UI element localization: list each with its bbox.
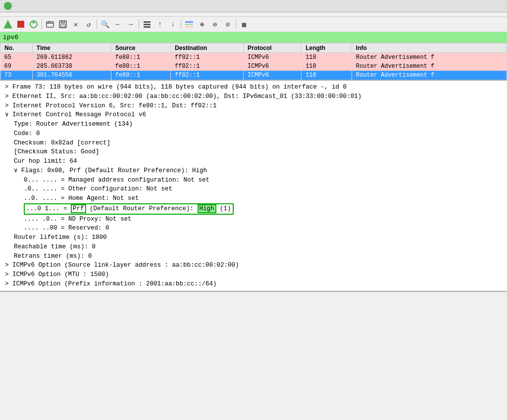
table-cell: ff02::1 xyxy=(171,71,244,80)
menu-ansicht[interactable] xyxy=(20,13,28,15)
high-value: High xyxy=(198,204,216,213)
table-row[interactable]: 65269.611862fe80::1ff02::1ICMPv6118Route… xyxy=(0,53,507,62)
toolbar-separator-4 xyxy=(181,19,181,29)
menu-hilfe[interactable] xyxy=(91,13,99,15)
menu-aufzeichnen[interactable] xyxy=(38,13,46,15)
stop-capture-button[interactable] xyxy=(15,18,27,30)
resize-columns-button[interactable]: ▦ xyxy=(238,18,250,30)
svg-rect-9 xyxy=(144,26,151,28)
table-cell: 118 xyxy=(302,71,352,80)
table-cell: fe80::1 xyxy=(111,53,170,62)
table-cell: ICMPv6 xyxy=(243,71,301,80)
table-cell: Router Advertisement f xyxy=(352,53,507,62)
svg-marker-0 xyxy=(4,20,12,28)
menu-wireless[interactable] xyxy=(73,13,81,15)
col-time: Time xyxy=(32,44,111,53)
svg-rect-6 xyxy=(60,25,65,27)
menu-statistiken[interactable] xyxy=(55,13,63,15)
collapse-icon: ∨ xyxy=(14,167,21,174)
collapse-icon: ∨ xyxy=(5,111,12,118)
restart-capture-button[interactable] xyxy=(28,18,40,30)
menu-navigation[interactable] xyxy=(29,13,37,15)
expand-icon: > xyxy=(5,271,12,278)
detail-line: [Checksum Status: Good] xyxy=(4,147,503,157)
find-button[interactable]: 🔍 xyxy=(99,18,111,30)
svg-rect-12 xyxy=(185,26,193,28)
menu-analyse[interactable] xyxy=(47,13,54,15)
scroll-to-top-button[interactable]: ↑ xyxy=(154,18,166,30)
detail-line[interactable]: > ICMPv6 Option (MTU : 1500) xyxy=(4,270,503,280)
detail-line[interactable]: > Ethernet II, Src: aa:bb:cc:00:02:00 (a… xyxy=(4,92,503,101)
table-cell: Router Advertisement f xyxy=(352,71,507,80)
prf-field: Prf xyxy=(71,204,86,213)
svg-rect-8 xyxy=(144,24,151,25)
table-cell: 269.611862 xyxy=(32,53,111,62)
menu-bearbeiten[interactable] xyxy=(11,13,19,15)
expand-icon: > xyxy=(5,280,12,287)
table-cell: 118 xyxy=(302,53,352,62)
detail-line: Reachable time (ms): 0 xyxy=(4,242,503,252)
table-cell: 65 xyxy=(0,53,33,62)
go-back-button[interactable]: ← xyxy=(112,18,124,30)
start-capture-button[interactable] xyxy=(2,18,14,30)
save-file-button[interactable] xyxy=(57,18,69,30)
table-cell: Router Advertisement f xyxy=(352,62,507,71)
scroll-to-bottom-button[interactable]: ↓ xyxy=(167,18,179,30)
detail-line[interactable]: ∨ Internet Control Message Protocol v6 xyxy=(4,110,503,120)
menu-tools[interactable] xyxy=(82,13,90,15)
table-cell: 118 xyxy=(302,62,352,71)
detail-line: Checksum: 0x82ad [correct] xyxy=(4,139,503,148)
col-destination: Destination xyxy=(171,44,244,53)
menu-datei[interactable] xyxy=(2,13,10,15)
detail-line[interactable]: > ICMPv6 Option (Prefix information : 20… xyxy=(4,280,503,289)
svg-rect-11 xyxy=(185,24,193,25)
table-cell: 69 xyxy=(0,62,33,71)
packet-list-container: No. Time Source Destination Protocol Len… xyxy=(0,43,507,81)
detail-line[interactable]: > ICMPv6 Option (Source link-layer addre… xyxy=(4,261,503,270)
col-protocol: Protocol xyxy=(243,44,301,53)
detail-line: Retrans timer (ms): 0 xyxy=(4,252,503,261)
zoom-in-button[interactable]: ⊕ xyxy=(196,18,208,30)
col-length: Length xyxy=(302,44,352,53)
svg-rect-7 xyxy=(144,21,151,23)
table-row[interactable]: 69285.663738fe80::1ff02::1ICMPv6118Route… xyxy=(0,62,507,71)
table-cell: ICMPv6 xyxy=(243,62,301,71)
detail-line[interactable]: ∨ Flags: 0x08, Prf (Default Router Prefe… xyxy=(4,166,503,176)
toolbar: ✕ ↺ 🔍 ← → ↑ ↓ ⊕ ⊖ ⊙ ▦ xyxy=(0,17,507,32)
close-file-button[interactable]: ✕ xyxy=(70,18,82,30)
open-file-button[interactable] xyxy=(44,18,56,30)
detail-line: Code: 0 xyxy=(4,129,503,139)
table-cell: 285.663738 xyxy=(32,62,111,71)
table-cell: fe80::1 xyxy=(111,62,170,71)
title-bar xyxy=(0,0,507,12)
menu-bar xyxy=(0,12,507,17)
colorize-button[interactable] xyxy=(183,18,195,30)
detail-line[interactable]: > Internet Protocol Version 6, Src: fe80… xyxy=(4,101,503,111)
table-cell: 73 xyxy=(0,71,33,80)
go-to-packet-button[interactable] xyxy=(141,18,153,30)
expand-icon: > xyxy=(5,102,12,109)
filter-input[interactable] xyxy=(3,34,504,41)
app-icon xyxy=(4,2,12,10)
svg-rect-3 xyxy=(47,22,53,27)
table-cell: 301.764558 xyxy=(32,71,111,80)
normal-size-button[interactable]: ⊙ xyxy=(222,18,234,30)
packet-list-header: No. Time Source Destination Protocol Len… xyxy=(0,44,507,53)
detail-line: Router lifetime (s): 1800 xyxy=(4,233,503,242)
expand-icon: > xyxy=(5,262,12,269)
table-cell: ff02::1 xyxy=(171,53,244,62)
detail-line: .... .0.. = ND Proxy: Not set xyxy=(4,215,503,224)
reload-button[interactable]: ↺ xyxy=(83,18,95,30)
col-no: No. xyxy=(0,44,33,53)
table-row[interactable]: 73301.764558fe80::1ff02::1ICMPv6118Route… xyxy=(0,71,507,80)
detail-line: .0.. .... = Other configuration: Not set xyxy=(4,185,503,194)
zoom-out-button[interactable]: ⊖ xyxy=(209,18,221,30)
detail-line[interactable]: > Frame 73: 118 bytes on wire (944 bits)… xyxy=(4,83,503,92)
toolbar-separator-1 xyxy=(42,19,42,29)
detail-line: Type: Router Advertisement (134) xyxy=(4,120,503,129)
menu-telephonie[interactable] xyxy=(64,13,72,15)
go-forward-button[interactable]: → xyxy=(125,18,137,30)
detail-line: 0... .... = Managed address configuratio… xyxy=(4,176,503,185)
toolbar-separator-2 xyxy=(97,19,97,29)
svg-rect-5 xyxy=(61,21,65,23)
